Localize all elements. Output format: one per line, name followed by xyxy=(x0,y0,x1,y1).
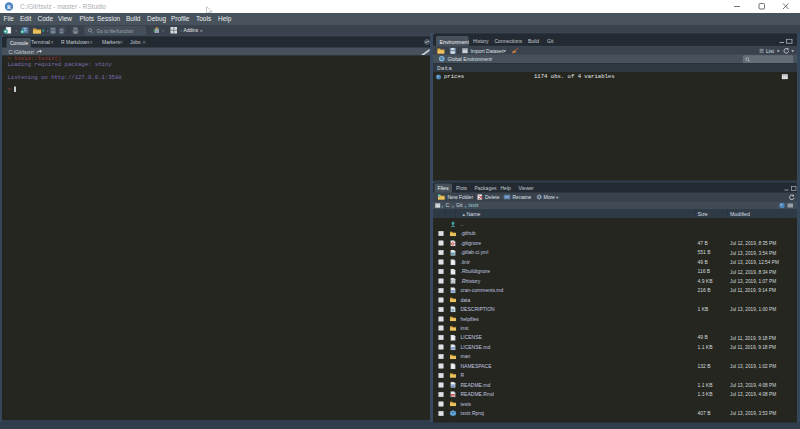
svg-text:R: R xyxy=(452,394,454,397)
svg-text:D: D xyxy=(452,308,454,312)
